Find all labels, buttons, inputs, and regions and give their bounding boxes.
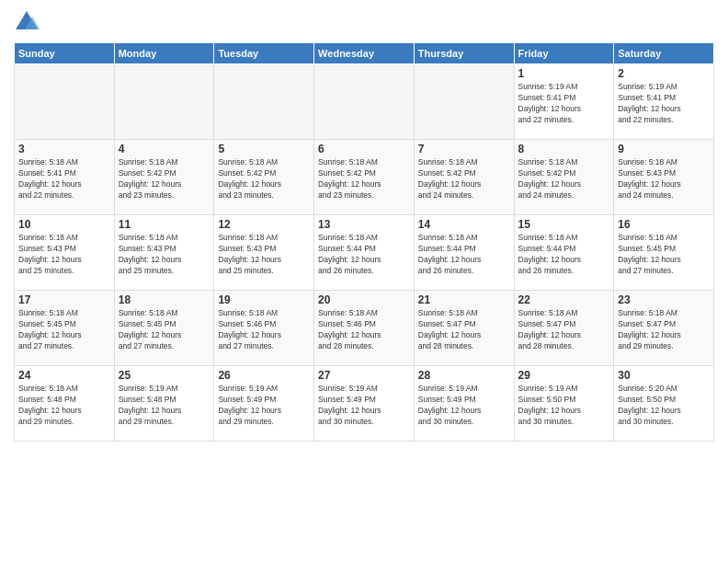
- calendar-table: SundayMondayTuesdayWednesdayThursdayFrid…: [14, 42, 714, 442]
- weekday-header-saturday: Saturday: [614, 43, 714, 64]
- day-info: Sunrise: 5:18 AM Sunset: 5:42 PM Dayligh…: [518, 157, 610, 201]
- day-number: 25: [119, 369, 210, 382]
- day-info: Sunrise: 5:18 AM Sunset: 5:47 PM Dayligh…: [518, 308, 610, 352]
- page-header: [14, 9, 714, 35]
- calendar-cell: 23Sunrise: 5:18 AM Sunset: 5:47 PM Dayli…: [614, 291, 714, 366]
- day-number: 6: [318, 143, 410, 155]
- calendar-cell: 17Sunrise: 5:18 AM Sunset: 5:45 PM Dayli…: [15, 291, 115, 366]
- calendar-cell: 22Sunrise: 5:18 AM Sunset: 5:47 PM Dayli…: [514, 291, 614, 366]
- calendar-cell: 16Sunrise: 5:18 AM Sunset: 5:45 PM Dayli…: [614, 215, 714, 291]
- calendar-cell: 21Sunrise: 5:18 AM Sunset: 5:47 PM Dayli…: [414, 291, 514, 366]
- weekday-header-sunday: Sunday: [15, 43, 115, 64]
- day-number: 7: [418, 143, 510, 155]
- day-info: Sunrise: 5:18 AM Sunset: 5:42 PM Dayligh…: [418, 157, 510, 201]
- day-number: 2: [618, 67, 710, 80]
- calendar-cell: 11Sunrise: 5:18 AM Sunset: 5:43 PM Dayli…: [114, 215, 214, 291]
- calendar-cell: 29Sunrise: 5:19 AM Sunset: 5:50 PM Dayli…: [514, 366, 614, 442]
- logo: [14, 9, 43, 35]
- calendar-cell: 6Sunrise: 5:18 AM Sunset: 5:42 PM Daylig…: [314, 140, 415, 215]
- day-info: Sunrise: 5:18 AM Sunset: 5:43 PM Dayligh…: [18, 233, 110, 277]
- day-info: Sunrise: 5:18 AM Sunset: 5:43 PM Dayligh…: [218, 233, 310, 277]
- day-number: 30: [618, 369, 710, 382]
- calendar-cell: 9Sunrise: 5:18 AM Sunset: 5:43 PM Daylig…: [614, 140, 714, 215]
- calendar-cell: 5Sunrise: 5:18 AM Sunset: 5:42 PM Daylig…: [214, 140, 314, 215]
- day-info: Sunrise: 5:19 AM Sunset: 5:41 PM Dayligh…: [618, 82, 710, 126]
- day-info: Sunrise: 5:18 AM Sunset: 5:44 PM Dayligh…: [418, 233, 510, 277]
- day-number: 29: [518, 369, 610, 382]
- calendar-week-row: 10Sunrise: 5:18 AM Sunset: 5:43 PM Dayli…: [15, 215, 714, 291]
- day-info: Sunrise: 5:19 AM Sunset: 5:49 PM Dayligh…: [218, 384, 310, 428]
- day-info: Sunrise: 5:18 AM Sunset: 5:48 PM Dayligh…: [18, 384, 110, 428]
- day-info: Sunrise: 5:20 AM Sunset: 5:50 PM Dayligh…: [618, 384, 710, 428]
- weekday-header-monday: Monday: [114, 43, 214, 64]
- day-number: 16: [618, 218, 710, 231]
- day-info: Sunrise: 5:18 AM Sunset: 5:42 PM Dayligh…: [318, 157, 410, 201]
- calendar-cell: [214, 64, 314, 140]
- calendar-cell: 10Sunrise: 5:18 AM Sunset: 5:43 PM Dayli…: [15, 215, 115, 291]
- day-number: 28: [418, 369, 510, 382]
- day-number: 12: [218, 218, 310, 231]
- day-info: Sunrise: 5:18 AM Sunset: 5:46 PM Dayligh…: [318, 308, 410, 352]
- calendar-cell: [15, 64, 115, 140]
- day-info: Sunrise: 5:19 AM Sunset: 5:41 PM Dayligh…: [518, 82, 610, 126]
- calendar-cell: 15Sunrise: 5:18 AM Sunset: 5:44 PM Dayli…: [514, 215, 614, 291]
- day-number: 17: [18, 293, 110, 306]
- calendar-week-row: 24Sunrise: 5:18 AM Sunset: 5:48 PM Dayli…: [15, 366, 714, 442]
- day-info: Sunrise: 5:19 AM Sunset: 5:49 PM Dayligh…: [318, 384, 410, 428]
- calendar-cell: 19Sunrise: 5:18 AM Sunset: 5:46 PM Dayli…: [214, 291, 314, 366]
- calendar-cell: 1Sunrise: 5:19 AM Sunset: 5:41 PM Daylig…: [514, 64, 614, 140]
- weekday-header-thursday: Thursday: [414, 43, 514, 64]
- day-info: Sunrise: 5:18 AM Sunset: 5:44 PM Dayligh…: [318, 233, 410, 277]
- weekday-header-friday: Friday: [514, 43, 614, 64]
- day-info: Sunrise: 5:18 AM Sunset: 5:46 PM Dayligh…: [218, 308, 310, 352]
- day-number: 13: [318, 218, 410, 231]
- day-info: Sunrise: 5:18 AM Sunset: 5:41 PM Dayligh…: [18, 157, 110, 201]
- calendar-cell: 26Sunrise: 5:19 AM Sunset: 5:49 PM Dayli…: [214, 366, 314, 442]
- weekday-header-tuesday: Tuesday: [214, 43, 314, 64]
- calendar-cell: 28Sunrise: 5:19 AM Sunset: 5:49 PM Dayli…: [414, 366, 514, 442]
- day-info: Sunrise: 5:18 AM Sunset: 5:45 PM Dayligh…: [119, 308, 210, 352]
- calendar-cell: [114, 64, 214, 140]
- logo-icon: [14, 9, 40, 35]
- calendar-week-row: 3Sunrise: 5:18 AM Sunset: 5:41 PM Daylig…: [15, 140, 714, 215]
- day-info: Sunrise: 5:18 AM Sunset: 5:42 PM Dayligh…: [119, 157, 210, 201]
- calendar-cell: 18Sunrise: 5:18 AM Sunset: 5:45 PM Dayli…: [114, 291, 214, 366]
- day-info: Sunrise: 5:18 AM Sunset: 5:47 PM Dayligh…: [618, 308, 710, 352]
- day-number: 4: [119, 143, 210, 155]
- day-number: 11: [119, 218, 210, 231]
- day-number: 21: [418, 293, 510, 306]
- weekday-header-row: SundayMondayTuesdayWednesdayThursdayFrid…: [15, 43, 714, 64]
- day-number: 3: [18, 143, 110, 155]
- day-number: 19: [218, 293, 310, 306]
- calendar-cell: 14Sunrise: 5:18 AM Sunset: 5:44 PM Dayli…: [414, 215, 514, 291]
- day-number: 23: [618, 293, 710, 306]
- calendar-cell: 8Sunrise: 5:18 AM Sunset: 5:42 PM Daylig…: [514, 140, 614, 215]
- day-number: 9: [618, 143, 710, 155]
- day-number: 24: [18, 369, 110, 382]
- day-info: Sunrise: 5:18 AM Sunset: 5:42 PM Dayligh…: [218, 157, 310, 201]
- day-info: Sunrise: 5:18 AM Sunset: 5:43 PM Dayligh…: [618, 157, 710, 201]
- day-info: Sunrise: 5:18 AM Sunset: 5:44 PM Dayligh…: [518, 233, 610, 277]
- day-number: 15: [518, 218, 610, 231]
- day-number: 18: [119, 293, 210, 306]
- day-number: 27: [318, 369, 410, 382]
- day-number: 14: [418, 218, 510, 231]
- day-number: 8: [518, 143, 610, 155]
- day-number: 1: [518, 67, 610, 80]
- calendar-cell: 25Sunrise: 5:19 AM Sunset: 5:48 PM Dayli…: [114, 366, 214, 442]
- page-container: SundayMondayTuesdayWednesdayThursdayFrid…: [0, 0, 728, 563]
- day-info: Sunrise: 5:19 AM Sunset: 5:48 PM Dayligh…: [119, 384, 210, 428]
- day-info: Sunrise: 5:18 AM Sunset: 5:43 PM Dayligh…: [119, 233, 210, 277]
- calendar-cell: [414, 64, 514, 140]
- day-info: Sunrise: 5:18 AM Sunset: 5:47 PM Dayligh…: [418, 308, 510, 352]
- calendar-cell: 24Sunrise: 5:18 AM Sunset: 5:48 PM Dayli…: [15, 366, 115, 442]
- calendar-week-row: 1Sunrise: 5:19 AM Sunset: 5:41 PM Daylig…: [15, 64, 714, 140]
- calendar-cell: 13Sunrise: 5:18 AM Sunset: 5:44 PM Dayli…: [314, 215, 415, 291]
- calendar-cell: 2Sunrise: 5:19 AM Sunset: 5:41 PM Daylig…: [614, 64, 714, 140]
- calendar-cell: 12Sunrise: 5:18 AM Sunset: 5:43 PM Dayli…: [214, 215, 314, 291]
- day-number: 26: [218, 369, 310, 382]
- weekday-header-wednesday: Wednesday: [314, 43, 415, 64]
- day-info: Sunrise: 5:19 AM Sunset: 5:50 PM Dayligh…: [518, 384, 610, 428]
- calendar-cell: 20Sunrise: 5:18 AM Sunset: 5:46 PM Dayli…: [314, 291, 415, 366]
- day-info: Sunrise: 5:18 AM Sunset: 5:45 PM Dayligh…: [618, 233, 710, 277]
